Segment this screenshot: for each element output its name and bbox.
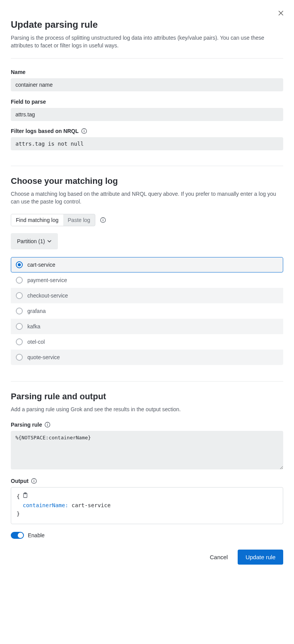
svg-point-7 [34,480,34,480]
parsing-section-description: Add a parsing rule using Grok and see th… [11,405,283,413]
radio-icon [16,308,23,314]
log-option[interactable]: kafka [11,319,283,334]
paste-log-tab[interactable]: Paste log [63,214,95,226]
log-option-label: otel-col [27,339,45,345]
page-title: Update parsing rule [11,19,283,30]
log-option-label: kafka [27,323,40,330]
log-option[interactable]: grafana [11,303,283,319]
info-icon[interactable] [31,478,37,484]
name-input[interactable] [11,78,283,91]
page-description: Parsing is the process of splitting unst… [11,34,283,50]
log-option-label: cart-service [27,262,55,268]
log-option-label: checkout-service [27,293,68,299]
enable-label: Enable [28,532,45,538]
log-option-label: quote-service [27,354,60,360]
output-label: Output [11,478,29,484]
log-option[interactable]: cart-service [11,257,283,272]
info-icon[interactable] [44,422,51,428]
log-option[interactable]: quote-service [11,350,283,365]
radio-icon [16,354,23,361]
svg-point-1 [84,129,84,130]
chevron-down-icon [47,239,52,244]
field-to-parse-label: Field to parse [11,99,46,105]
info-icon[interactable] [81,128,87,134]
nrql-filter-label: Filter logs based on NRQL [11,128,79,134]
clipboard-icon[interactable] [22,492,28,498]
parsing-rule-label: Parsing rule [11,422,42,428]
enable-toggle[interactable] [11,532,24,539]
divider [11,381,283,382]
radio-icon [16,292,23,299]
parsing-section-title: Parsing rule and output [11,392,283,402]
matching-log-description: Choose a matching log based on the attri… [11,190,283,206]
matching-log-title: Choose your matching log [11,176,283,186]
name-label: Name [11,69,25,75]
log-option[interactable]: otel-col [11,334,283,350]
close-button[interactable] [276,8,286,18]
find-matching-log-tab[interactable]: Find matching log [11,214,63,226]
close-icon [277,10,284,17]
update-rule-button[interactable]: Update rule [238,550,283,565]
log-source-segmented: Find matching log Paste log [11,214,95,226]
divider [11,58,283,59]
output-value: cart-service [71,502,110,508]
log-option-label: payment-service [27,277,67,283]
nrql-filter-input[interactable] [11,137,283,150]
radio-icon [16,261,23,268]
partition-dropdown[interactable]: Partition (1) [11,233,58,249]
svg-point-5 [47,424,47,424]
output-box: { containerName: cart-service } [11,487,283,524]
partition-label: Partition (1) [17,238,45,244]
svg-point-3 [103,219,103,219]
log-option[interactable]: payment-service [11,272,283,288]
log-option-label: grafana [27,308,46,314]
radio-icon [16,338,23,345]
radio-icon [16,277,23,284]
radio-icon [16,323,23,330]
field-to-parse-input[interactable] [11,108,283,121]
cancel-button[interactable]: Cancel [206,550,232,565]
log-option[interactable]: checkout-service [11,288,283,303]
info-icon[interactable] [100,217,106,223]
matching-log-list: cart-servicepayment-servicecheckout-serv… [11,257,283,365]
output-key: containerName: [23,502,68,508]
divider [11,166,283,166]
parsing-rule-input[interactable] [11,431,283,469]
